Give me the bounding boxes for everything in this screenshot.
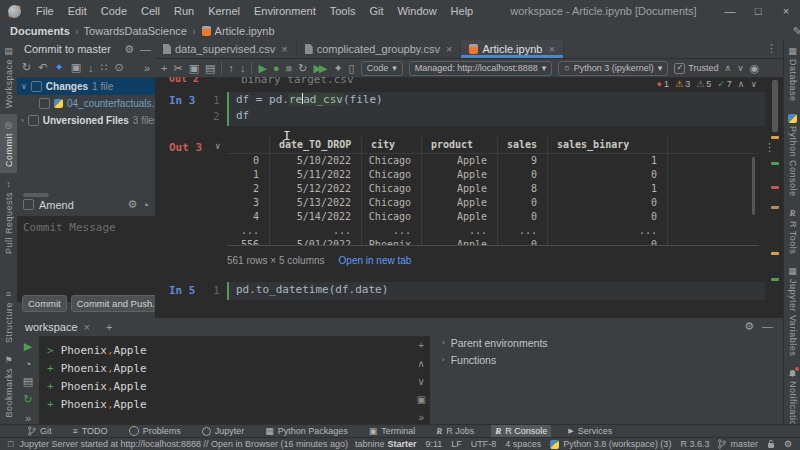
tool-window-jupyter[interactable]: Jupyter xyxy=(198,425,249,438)
commit-button[interactable]: Commit xyxy=(22,295,67,312)
cell-type-dropdown[interactable]: Code ▾ xyxy=(361,61,403,76)
tool-window-commit[interactable]: ◎ Commit xyxy=(0,114,17,173)
code-line[interactable]: df xyxy=(229,108,765,124)
refresh-icon[interactable]: ↻ xyxy=(22,61,31,74)
tool-window-r-console[interactable]: R R Console xyxy=(491,425,551,438)
console-tab-workspace[interactable]: workspace xyxy=(25,321,78,333)
status-message[interactable]: Jupyter Server started at http://localho… xyxy=(19,439,348,449)
open-in-browser-icon[interactable]: ◉ xyxy=(750,62,760,75)
tool-window-jupyter-variables[interactable]: ▦ Jupyter Variables xyxy=(788,260,798,362)
gear-icon[interactable]: ⚙ xyxy=(127,198,137,211)
changes-row[interactable]: ∨ Changes 1 file xyxy=(17,78,155,95)
editor-scrollbar[interactable] xyxy=(772,80,778,132)
new-console-icon[interactable]: + xyxy=(106,321,112,333)
git-branch-widget[interactable]: master xyxy=(718,439,758,449)
table-row-clipped[interactable]: 5565/01/2022PhoenixApple00 xyxy=(227,238,759,245)
tool-window-todo[interactable]: ≡ TODO xyxy=(69,425,112,438)
tab-options-icon[interactable]: ⋮ xyxy=(760,40,783,58)
clear-outputs-icon[interactable]: ✦ xyxy=(333,62,342,75)
stripe-error-mark[interactable] xyxy=(771,186,779,189)
console-output[interactable]: >Phoenix,Apple +Phoenix,Apple +Phoenix,A… xyxy=(47,342,147,414)
commit-splitter[interactable] xyxy=(17,190,155,197)
magic-resolve-icon[interactable]: ✦ xyxy=(54,61,63,74)
restart-kernel-icon[interactable]: ↻ xyxy=(298,62,307,75)
gear-icon[interactable]: ⚙ xyxy=(124,43,134,56)
tool-window-structure[interactable]: ≡ Structure xyxy=(4,283,14,349)
col-header[interactable]: city xyxy=(361,137,421,154)
edit-icon[interactable]: ✎ xyxy=(793,25,800,38)
delete-cell-icon[interactable]: ▯ xyxy=(349,62,355,75)
menu-run[interactable]: Run xyxy=(167,5,201,17)
col-header[interactable]: sales_binary xyxy=(547,137,667,154)
tab-article-ipynb[interactable]: Article.ipynb × xyxy=(461,40,563,58)
history-icon[interactable]: ◔ xyxy=(142,199,149,211)
tool-window-r-tools[interactable]: R R Tools xyxy=(788,202,798,260)
table-scrollbar[interactable] xyxy=(752,157,755,215)
cut-cell-icon[interactable]: ✂ xyxy=(173,62,182,75)
col-header[interactable] xyxy=(227,137,269,154)
stripe-ok-mark[interactable] xyxy=(771,278,779,281)
menu-cell[interactable]: Cell xyxy=(134,5,167,17)
server-dropdown[interactable]: Managed: http://localhost:8888 ▾ xyxy=(409,61,553,76)
tab-close-icon[interactable]: × xyxy=(548,43,554,55)
shelve-icon[interactable]: ↓ xyxy=(88,62,94,74)
menu-window[interactable]: Window xyxy=(390,5,443,17)
menu-edit[interactable]: Edit xyxy=(61,5,94,17)
debug-cell-icon[interactable]: ● xyxy=(273,62,280,74)
file-checkbox[interactable] xyxy=(39,98,50,109)
tool-window-workspace[interactable]: ▤ Workspace xyxy=(4,40,14,114)
stop-kernel-icon[interactable]: ■ xyxy=(286,62,293,74)
parent-environments-node[interactable]: › Parent environments xyxy=(430,334,783,351)
open-in-new-tab-link[interactable]: Open in new tab xyxy=(339,255,412,266)
table-row[interactable]: 05/10/2022ChicagoApple91 xyxy=(227,154,759,168)
indent-setting[interactable]: 4 spaces xyxy=(505,439,541,449)
tool-window-pull-requests[interactable]: ↕ Pull Requests xyxy=(4,173,14,260)
add-cell-icon[interactable]: + xyxy=(161,62,167,74)
tool-window-bookmarks[interactable]: ⚑ Bookmarks xyxy=(4,349,14,424)
show-diff-icon[interactable]: ▣ xyxy=(71,61,81,74)
hide-panel-icon[interactable]: — xyxy=(762,320,773,332)
paste-cell-icon[interactable]: ▤ xyxy=(205,62,215,75)
in3-cell[interactable]: df = pd.read_csv(file) df xyxy=(227,92,765,126)
amend-checkbox[interactable] xyxy=(23,199,34,210)
r-interpreter[interactable]: R 3.6.3 xyxy=(680,439,709,449)
caret-position[interactable]: 9:11 xyxy=(425,439,442,449)
tool-window-database[interactable]: ▦ Database xyxy=(788,40,798,108)
highlighting-level-icon[interactable]: ⚙ xyxy=(784,439,792,449)
file-encoding[interactable]: UTF-8 xyxy=(471,439,497,449)
table-row[interactable]: 15/11/2022ChicagoApple00 xyxy=(227,168,759,182)
commit-message-input[interactable] xyxy=(17,216,155,302)
menu-help[interactable]: Help xyxy=(444,5,481,17)
prev-problem-icon[interactable]: ∧ xyxy=(738,79,745,89)
menu-code[interactable]: Code xyxy=(94,5,134,17)
scroll-up-icon[interactable]: ∧ xyxy=(418,358,425,369)
next-cell-icon[interactable]: ∨ xyxy=(737,63,744,73)
console-tab-close-icon[interactable]: × xyxy=(84,321,90,333)
copy-cell-icon[interactable]: ▣ xyxy=(189,62,199,75)
maximize-button[interactable]: □ xyxy=(744,5,772,17)
tab-close-icon[interactable]: × xyxy=(281,43,287,55)
run-cell-icon[interactable]: ▶ xyxy=(258,62,266,75)
tab-close-icon[interactable]: × xyxy=(446,43,452,55)
chevron-down-icon[interactable]: ∨ xyxy=(21,82,27,91)
run-all-icon[interactable]: ▶▶ xyxy=(313,62,324,75)
move-cell-down-icon[interactable]: ↓ xyxy=(240,62,246,74)
gear-icon[interactable]: ⚙ xyxy=(744,320,754,333)
stripe-warning-mark[interactable] xyxy=(771,206,779,209)
inspections-widget[interactable]: ●1 ⚠3 ⚠5 ✓7 ∧ ∨ xyxy=(657,79,757,89)
tool-window-problems[interactable]: Problems xyxy=(125,425,185,438)
table-row[interactable]: 35/13/2022ChicagoApple00 xyxy=(227,196,759,210)
stripe-warning-mark[interactable] xyxy=(771,136,779,139)
changed-file-row[interactable]: 04_counterfactuals.py C:\Us xyxy=(17,95,155,112)
tab-complicated-groupby[interactable]: complicated_groupby.csv × xyxy=(297,40,462,58)
rollback-icon[interactable]: ↶ xyxy=(38,61,47,74)
unversioned-checkbox[interactable] xyxy=(28,115,39,126)
stripe-warning-mark[interactable] xyxy=(771,252,779,255)
table-row[interactable]: 45/14/2022ChicagoApple00 xyxy=(227,210,759,224)
prev-cell-icon[interactable]: ∧ xyxy=(725,63,732,73)
tool-window-services[interactable]: ▶ Services xyxy=(564,425,616,438)
dataframe-table[interactable]: date_TO_DROP city product sales sales_bi… xyxy=(227,137,759,246)
python-interpreter[interactable]: Python 3.8 (workspace) (3) xyxy=(550,439,671,449)
code-line[interactable]: pd.to_datetime(df.date) xyxy=(229,282,765,298)
col-header[interactable]: product xyxy=(421,137,497,154)
